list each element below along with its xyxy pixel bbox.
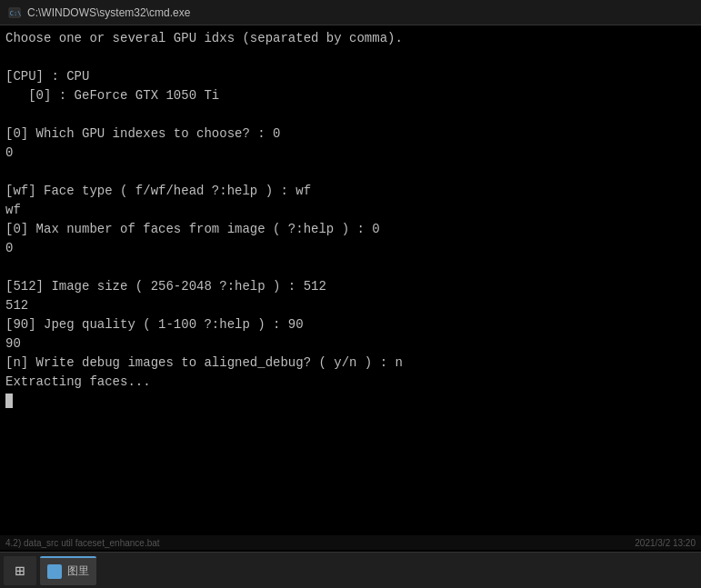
terminal-line-10: [0] Max number of faces from image ( ?:h… <box>5 220 696 239</box>
taskbar: ⊞ 图里 <box>0 552 701 588</box>
terminal-line-14: 512 <box>5 296 696 315</box>
bottom-info-bar: 4.2) data_src util faceset_enhance.bat 2… <box>0 535 701 550</box>
svg-text:C:\: C:\ <box>10 9 21 16</box>
terminal-line-3: [0] : GeForce GTX 1050 Ti <box>5 86 696 105</box>
terminal-line-12 <box>5 258 696 277</box>
terminal-line-13: [512] Image size ( 256-2048 ?:help ) : 5… <box>5 277 696 296</box>
taskbar-cmd-icon <box>47 564 62 579</box>
bottom-left-text: 4.2) data_src util faceset_enhance.bat <box>5 538 160 548</box>
terminal-cursor <box>5 394 13 408</box>
start-icon: ⊞ <box>15 561 25 581</box>
bottom-right-text: 2021/3/2 13:20 <box>635 538 696 548</box>
terminal-line-5: [0] Which GPU indexes to choose? : 0 <box>5 125 696 144</box>
window-title: C:\WINDOWS\system32\cmd.exe <box>27 6 190 19</box>
terminal-line-1 <box>5 48 696 67</box>
terminal-line-8: [wf] Face type ( f/wf/head ?:help ) : wf <box>5 182 696 201</box>
terminal-line-0: Choose one or several GPU idxs (separate… <box>5 29 696 48</box>
terminal-line-6: 0 <box>5 144 696 163</box>
terminal-line-4 <box>5 105 696 125</box>
terminal-line-2: [CPU] : CPU <box>5 67 696 86</box>
terminal-line-17: [n] Write debug images to aligned_debug?… <box>5 354 696 373</box>
terminal-line-7 <box>5 163 696 182</box>
start-button[interactable]: ⊞ <box>4 556 36 585</box>
terminal-line-16: 90 <box>5 334 696 354</box>
cmd-icon: C:\ <box>7 5 22 20</box>
terminal-line-9: wf <box>5 201 696 220</box>
terminal-line-18: Extracting faces... <box>5 373 696 392</box>
taskbar-cmd-label: 图里 <box>67 563 89 579</box>
title-bar: C:\ C:\WINDOWS\system32\cmd.exe <box>0 0 701 25</box>
terminal-line-11: 0 <box>5 239 696 258</box>
terminal-line-15: [90] Jpeg quality ( 1-100 ?:help ) : 90 <box>5 315 696 334</box>
terminal-body: Choose one or several GPU idxs (separate… <box>0 25 701 552</box>
cursor-line <box>5 392 696 411</box>
taskbar-cmd-item[interactable]: 图里 <box>40 556 96 585</box>
